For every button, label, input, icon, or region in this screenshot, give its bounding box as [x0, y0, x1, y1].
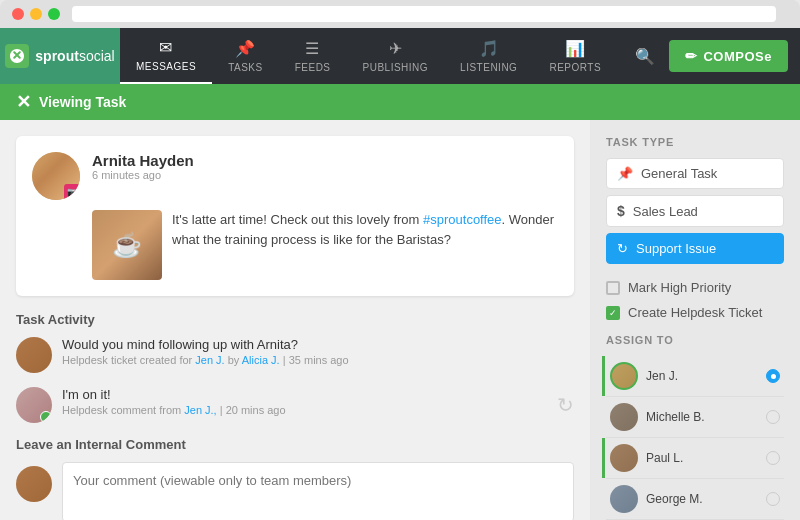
- main-content: 📷 Arnita Hayden 6 minutes ago ☕ It's lat…: [0, 120, 800, 520]
- checkbox-row-priority[interactable]: Mark High Priority: [606, 278, 784, 297]
- activity-text-0: Would you mind following up with Arnita?: [62, 337, 349, 352]
- task-option-general[interactable]: 📌 General Task: [606, 158, 784, 189]
- nav-item-listening[interactable]: 🎵 Listening: [444, 28, 533, 84]
- address-bar[interactable]: [72, 6, 776, 22]
- activity-time-0: 35 mins ago: [289, 354, 349, 366]
- general-task-icon: 📌: [617, 166, 633, 181]
- commenter-avatar: [16, 466, 52, 502]
- compose-label: COMPOSe: [703, 49, 772, 64]
- nav-item-messages[interactable]: ✉ Messages: [120, 28, 212, 84]
- nav-item-tasks[interactable]: 📌 Tasks: [212, 28, 279, 84]
- comment-form: [16, 462, 574, 520]
- tweet-text-before: It's latte art time! Check out this love…: [172, 212, 423, 227]
- reports-icon: 📊: [565, 39, 586, 58]
- instagram-icon: 📷: [67, 187, 78, 197]
- radio-dot-jen: [771, 374, 776, 379]
- assign-name-michelle: Michelle B.: [646, 410, 758, 424]
- window-buttons: [12, 8, 60, 20]
- compose-icon: ✏: [685, 48, 698, 64]
- task-bar: ✕ Viewing Task: [0, 84, 800, 120]
- compose-button[interactable]: ✏ COMPOSe: [669, 40, 788, 72]
- assign-list: Jen J. Michelle B. Paul L.: [606, 356, 784, 520]
- nav-label-publishing: Publishing: [363, 62, 429, 73]
- task-activity-section: Task Activity Would you mind following u…: [16, 312, 574, 423]
- assign-to-title: ASSIGN TO: [606, 334, 784, 346]
- assign-avatar-paul: [610, 444, 638, 472]
- nav-label-reports: Reports: [549, 62, 601, 73]
- assign-radio-george[interactable]: [766, 492, 780, 506]
- support-issue-label: Support Issue: [636, 241, 716, 256]
- assign-radio-michelle[interactable]: [766, 410, 780, 424]
- assign-name-george: George M.: [646, 492, 758, 506]
- priority-checkbox[interactable]: [606, 281, 620, 295]
- nav-label-tasks: Tasks: [228, 62, 263, 73]
- checkmark-icon: ✓: [609, 308, 617, 318]
- assign-avatar-george: [610, 485, 638, 513]
- task-type-options: 📌 General Task $ Sales Lead ↻ Support Is…: [606, 158, 784, 264]
- feeds-icon: ☰: [305, 39, 320, 58]
- close-task-bar-btn[interactable]: ✕: [16, 91, 31, 113]
- refresh-icon: ↻: [557, 393, 574, 417]
- task-option-sales[interactable]: $ Sales Lead: [606, 195, 784, 227]
- left-panel: 📷 Arnita Hayden 6 minutes ago ☕ It's lat…: [0, 120, 590, 520]
- activity-avatar-1: [16, 387, 52, 423]
- nav-item-publishing[interactable]: ✈ Publishing: [347, 28, 445, 84]
- activity-avatar-0: [16, 337, 52, 373]
- assign-item-george[interactable]: George M.: [606, 479, 784, 520]
- minimize-window-btn[interactable]: [30, 8, 42, 20]
- task-option-support[interactable]: ↻ Support Issue: [606, 233, 784, 264]
- messages-icon: ✉: [159, 38, 173, 57]
- tweet-image: ☕: [92, 210, 162, 280]
- assign-name-paul: Paul L.: [646, 451, 758, 465]
- assign-item-paul[interactable]: Paul L.: [606, 438, 784, 479]
- activity-user1-1[interactable]: Jen J.,: [184, 404, 216, 416]
- activity-mid-0: by: [225, 354, 242, 366]
- instagram-badge: 📷: [64, 184, 80, 200]
- navbar: sproutsocial ✉ Messages 📌 Tasks ☰ Feeds …: [0, 28, 800, 84]
- activity-user2-0[interactable]: Alicia J.: [242, 354, 280, 366]
- logo: sproutsocial: [0, 28, 120, 84]
- helpdesk-label: Create Helpdesk Ticket: [628, 305, 762, 320]
- logo-text: sproutsocial: [35, 48, 114, 64]
- activity-item-0: Would you mind following up with Arnita?…: [16, 337, 574, 373]
- assign-item-michelle[interactable]: Michelle B.: [606, 397, 784, 438]
- search-button[interactable]: 🔍: [629, 40, 661, 72]
- tweet-header: 📷 Arnita Hayden 6 minutes ago: [32, 152, 558, 200]
- activity-meta-prefix-1: Helpdesk comment from: [62, 404, 184, 416]
- nav-right: 🔍 ✏ COMPOSe: [629, 40, 800, 72]
- tweet-link[interactable]: #sproutcoffee: [423, 212, 502, 227]
- tweet-username: Arnita Hayden: [92, 152, 194, 169]
- activity-meta-prefix-0: Helpdesk ticket created for: [62, 354, 195, 366]
- listening-icon: 🎵: [479, 39, 500, 58]
- tweet-card: 📷 Arnita Hayden 6 minutes ago ☕ It's lat…: [16, 136, 574, 296]
- tweet-avatar: 📷: [32, 152, 80, 200]
- activity-user1-0[interactable]: Jen J.: [195, 354, 224, 366]
- assign-radio-jen[interactable]: [766, 369, 780, 383]
- maximize-window-btn[interactable]: [48, 8, 60, 20]
- sales-lead-icon: $: [617, 203, 625, 219]
- activity-content-0: Would you mind following up with Arnita?…: [62, 337, 349, 373]
- assign-item-jen[interactable]: Jen J.: [606, 356, 784, 397]
- tasks-icon: 📌: [235, 39, 256, 58]
- nav-items: ✉ Messages 📌 Tasks ☰ Feeds ✈ Publishing …: [120, 28, 629, 84]
- activity-meta-0: Helpdesk ticket created for Jen J. by Al…: [62, 354, 349, 366]
- right-panel: TASK TYPE 📌 General Task $ Sales Lead ↻ …: [590, 120, 800, 520]
- assign-name-jen: Jen J.: [646, 369, 758, 383]
- checkbox-row-helpdesk[interactable]: ✓ Create Helpdesk Ticket: [606, 303, 784, 322]
- close-window-btn[interactable]: [12, 8, 24, 20]
- task-bar-title: Viewing Task: [39, 94, 126, 110]
- nav-item-feeds[interactable]: ☰ Feeds: [279, 28, 347, 84]
- activity-meta-1: Helpdesk comment from Jen J., | 20 mins …: [62, 404, 286, 416]
- assign-radio-paul[interactable]: [766, 451, 780, 465]
- publishing-icon: ✈: [389, 39, 403, 58]
- nav-label-feeds: Feeds: [295, 62, 331, 73]
- comment-section-title: Leave an Internal Comment: [16, 437, 574, 452]
- nav-item-reports[interactable]: 📊 Reports: [533, 28, 617, 84]
- tweet-body: ☕ It's latte art time! Check out this lo…: [32, 210, 558, 280]
- sales-lead-label: Sales Lead: [633, 204, 698, 219]
- assign-to-section: ASSIGN TO Jen J. Michelle B.: [606, 334, 784, 520]
- window-chrome: [0, 0, 800, 28]
- task-type-title: TASK TYPE: [606, 136, 784, 148]
- helpdesk-checkbox[interactable]: ✓: [606, 306, 620, 320]
- comment-input[interactable]: [62, 462, 574, 520]
